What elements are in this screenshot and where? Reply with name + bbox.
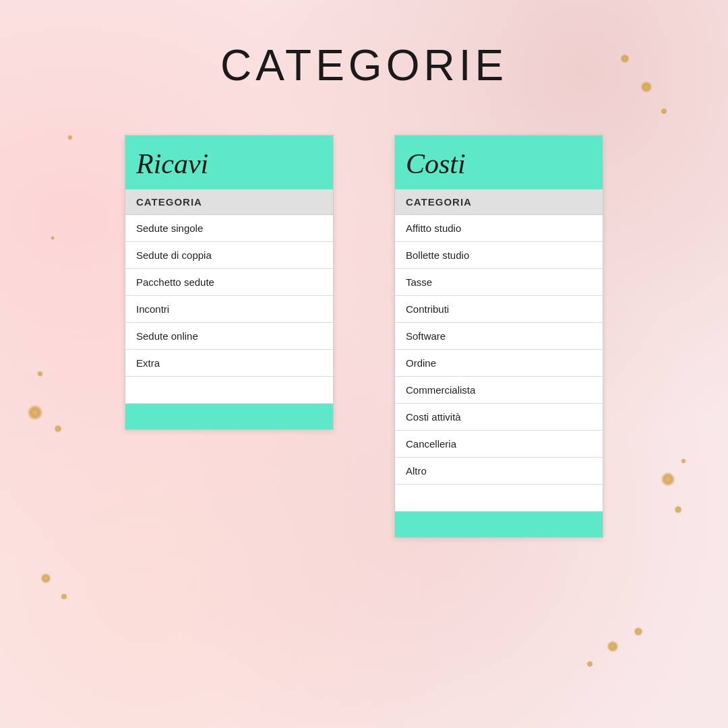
- table-row: Sedute singole: [125, 215, 333, 242]
- ricavi-header: Ricavi: [125, 135, 333, 189]
- table-row-empty: [125, 377, 333, 404]
- sparkle-12: [607, 640, 619, 653]
- sparkle-2: [661, 108, 667, 115]
- ricavi-title: Ricavi: [136, 148, 208, 180]
- table-row: Costi attività: [395, 404, 603, 431]
- sparkle-7: [40, 573, 51, 584]
- costi-column-header: CATEGORIA: [395, 189, 603, 215]
- ricavi-table: Ricavi CATEGORIA Sedute singole Sedute d…: [125, 135, 334, 430]
- costi-header: Costi: [395, 135, 603, 189]
- table-row: Extra: [125, 350, 333, 377]
- ricavi-footer: [125, 404, 333, 429]
- tables-container: Ricavi CATEGORIA Sedute singole Sedute d…: [0, 135, 728, 538]
- table-row: Ordine: [395, 350, 603, 377]
- table-row: Commercialista: [395, 377, 603, 404]
- table-row: Incontri: [125, 296, 333, 323]
- page-title: CATEGORIE: [0, 40, 728, 90]
- table-row: Altro: [395, 458, 603, 485]
- sparkle-14: [634, 627, 643, 636]
- table-row-empty: [395, 485, 603, 512]
- ricavi-column-header: CATEGORIA: [125, 189, 333, 215]
- table-row: Contributi: [395, 296, 603, 323]
- costi-footer: [395, 512, 603, 537]
- table-row: Sedute online: [125, 323, 333, 350]
- table-row: Affitto studio: [395, 215, 603, 242]
- table-row: Software: [395, 323, 603, 350]
- sparkle-13: [586, 661, 593, 667]
- sparkle-8: [61, 593, 67, 600]
- table-row: Cancelleria: [395, 431, 603, 458]
- table-row: Tasse: [395, 269, 603, 296]
- table-row: Bollette studio: [395, 242, 603, 269]
- table-row: Sedute di coppia: [125, 242, 333, 269]
- table-row: Pacchetto sedute: [125, 269, 333, 296]
- costi-title: Costi: [406, 148, 466, 180]
- costi-table: Costi CATEGORIA Affitto studio Bollette …: [394, 135, 603, 538]
